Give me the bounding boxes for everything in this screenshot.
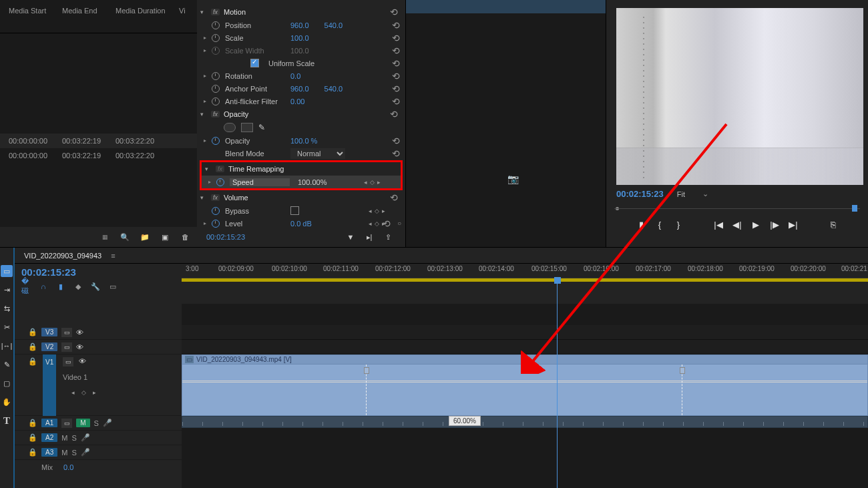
track-name[interactable]: V2 (41, 342, 57, 351)
twirl-icon[interactable]: ▾ (200, 111, 207, 117)
col-media-start[interactable]: Media Start (3, 0, 57, 33)
stopwatch-icon[interactable] (212, 85, 220, 93)
new-bin-icon[interactable]: 📁 (140, 232, 150, 242)
export-icon[interactable]: ⇪ (383, 232, 393, 242)
mask-rect-icon[interactable] (241, 123, 253, 132)
reset-icon[interactable]: ⟲ (392, 136, 400, 146)
marker-add-icon[interactable]: ◆ (73, 282, 83, 291)
fx-badge-icon[interactable]: fx (211, 111, 220, 117)
bypass-checkbox[interactable] (290, 206, 299, 215)
solo-button[interactable]: S (94, 419, 99, 427)
track-header-v3[interactable]: 🔒 V3 ▭ 👁 (15, 325, 182, 340)
sync-lock-icon[interactable]: ▭ (63, 357, 73, 367)
solo-button[interactable]: S (71, 449, 76, 457)
rectangle-tool-icon[interactable]: ▢ (1, 377, 13, 389)
track-header-a2[interactable]: 🔒 A2 M S 🎤 (15, 431, 182, 445)
stopwatch-icon[interactable] (212, 137, 220, 145)
marker-icon[interactable]: ▮ (56, 282, 65, 291)
track-name[interactable]: V1 (45, 358, 53, 366)
scale-value[interactable]: 100.0 (290, 34, 309, 42)
twirl-icon[interactable]: ▾ (200, 194, 207, 201)
uniform-scale-checkbox[interactable] (250, 59, 259, 67)
filter-icon[interactable]: ▼ (345, 232, 356, 242)
twirl-icon[interactable]: ▸ (204, 220, 206, 226)
stopwatch-icon[interactable] (212, 207, 220, 215)
mix-value[interactable]: 0.0 (63, 463, 73, 471)
position-y[interactable]: 540.0 (324, 21, 343, 29)
voice-icon[interactable]: 🎤 (81, 433, 90, 442)
lock-icon[interactable]: 🔒 (28, 342, 37, 351)
track-name[interactable]: V3 (41, 328, 57, 336)
timeline-tracks-area[interactable]: ▭ VID_20220903_094943.mp4 [V] 60.00% (182, 304, 868, 488)
voice-icon[interactable]: 🎤 (103, 419, 112, 427)
lock-icon[interactable]: 🔒 (28, 419, 37, 427)
go-to-in-icon[interactable]: |◀ (713, 219, 724, 230)
project-row[interactable]: 00:00:00:00 00:03:22:19 00:03:22:20 (0, 148, 197, 163)
track-header-v2[interactable]: 🔒 V2 ▭ 👁 (15, 340, 182, 354)
position-x[interactable]: 960.0 (290, 21, 309, 29)
search-icon[interactable]: 🔍 (120, 232, 130, 242)
eye-icon[interactable]: 👁 (79, 357, 86, 365)
trash-icon[interactable]: 🗑 (180, 232, 190, 242)
twirl-icon[interactable]: ▸ (204, 35, 206, 41)
play-icon[interactable]: ▶ (750, 219, 761, 230)
col-media-duration[interactable]: Media Duration (110, 0, 174, 33)
twirl-icon[interactable]: ▸ (204, 47, 206, 53)
step-forward-icon[interactable]: |▶ (769, 219, 780, 230)
stopwatch-icon[interactable] (212, 34, 220, 42)
keyframe-nav[interactable]: ◂◇▸ (71, 389, 96, 396)
export-frame-icon[interactable]: ⎘ (828, 219, 839, 230)
col-media-end[interactable]: Media End (57, 0, 110, 33)
reset-icon[interactable]: ⟲ (390, 109, 402, 119)
linked-selection-icon[interactable]: ∩ (39, 282, 48, 291)
track-header-a3[interactable]: 🔒 A3 M S 🎤 (15, 445, 182, 460)
program-zoom-label[interactable]: Fit (677, 190, 685, 198)
timeline-ruler[interactable]: 3:00 00:02:09:00 00:02:10:00 00:02:11:00… (182, 264, 868, 278)
ripple-tool-icon[interactable]: ⇆ (1, 302, 13, 314)
twirl-icon[interactable]: ▸ (204, 98, 206, 104)
voice-icon[interactable]: 🎤 (81, 448, 90, 457)
new-item-icon[interactable]: ▣ (160, 232, 170, 242)
reset-icon[interactable]: ⟲ (392, 45, 400, 56)
anchor-x[interactable]: 960.0 (290, 85, 309, 93)
twirl-icon[interactable]: ▾ (200, 9, 207, 15)
selection-tool-icon[interactable]: ▭ (1, 265, 13, 277)
source-tab[interactable] (406, 0, 606, 13)
speed-value[interactable]: 100.00% (295, 178, 329, 186)
col-video[interactable]: Vi (174, 0, 187, 33)
twirl-icon[interactable]: ▸ (208, 179, 211, 185)
list-view-icon[interactable]: ▦ (99, 232, 110, 242)
lock-icon[interactable]: 🔒 (28, 357, 37, 366)
rotation-value[interactable]: 0.0 (290, 72, 300, 80)
track-select-tool-icon[interactable]: ⇥ (1, 284, 13, 296)
reset-icon[interactable]: ⟲ (390, 7, 402, 17)
project-row[interactable]: 00:00:00:00 00:03:22:19 00:03:22:20 (0, 134, 197, 148)
reset-icon[interactable]: ⟲ (392, 58, 400, 69)
stopwatch-icon[interactable] (212, 220, 220, 228)
out-point-icon[interactable]: } (673, 219, 684, 230)
razor-tool-icon[interactable]: ✂ (1, 321, 13, 333)
sync-lock-icon[interactable]: ▭ (61, 342, 72, 352)
mask-pen-icon[interactable]: ✎ (258, 123, 265, 132)
effects-timecode[interactable]: 00:02:15:23 (202, 231, 249, 243)
track-header-a1[interactable]: 🔒 A1 ▭ M S 🎤 (15, 416, 182, 431)
reset-icon[interactable]: ⟲ (392, 148, 400, 159)
program-preview[interactable] (616, 8, 863, 185)
chevron-down-icon[interactable]: ⌄ (698, 190, 712, 198)
type-tool-icon[interactable]: T (1, 415, 13, 427)
play-only-icon[interactable]: ▸| (364, 232, 375, 242)
fx-badge-icon[interactable]: fx (211, 194, 220, 201)
stopwatch-icon[interactable] (212, 72, 220, 80)
sync-lock-icon[interactable]: ▭ (61, 328, 72, 337)
mask-ellipse-icon[interactable] (224, 123, 236, 132)
reset-icon[interactable]: ⟲ (390, 192, 402, 203)
twirl-icon[interactable]: ▾ (205, 166, 212, 172)
reset-icon[interactable]: ⟲ (392, 20, 400, 31)
stopwatch-icon[interactable] (212, 21, 220, 29)
anchor-y[interactable]: 540.0 (324, 85, 343, 93)
sequence-tab[interactable]: VID_20220903_094943 (24, 252, 101, 260)
keyframe-nav[interactable]: ◂◇▸ (369, 208, 385, 214)
reset-icon[interactable]: ⟲ (383, 218, 391, 229)
blend-mode-select[interactable]: Normal (290, 148, 345, 159)
mute-button[interactable]: M (76, 419, 89, 427)
